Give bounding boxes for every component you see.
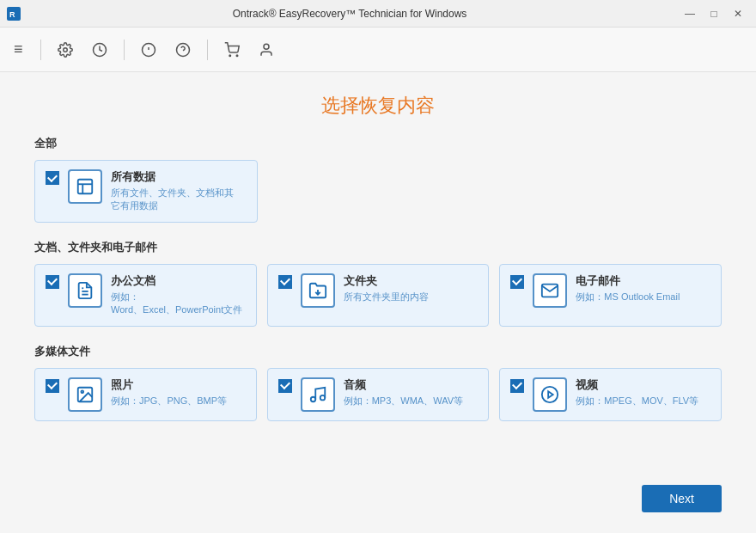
video-title: 视频 (576, 377, 698, 393)
audio-desc: 例如：MP3、WMA、WAV等 (344, 395, 463, 407)
window-controls: — □ ✕ (679, 5, 749, 22)
svg-point-20 (310, 396, 315, 401)
main-content: 选择恢复内容 全部 所有数据 所有文件、文件夹、文档和其它有用数据 文档、文件夹… (0, 72, 756, 533)
settings-button[interactable] (52, 36, 79, 64)
alldata-desc: 所有文件、文件夹、文档和其它有用数据 (111, 187, 234, 213)
card-folder[interactable]: 文件夹 所有文件夹里的内容 (267, 264, 490, 327)
card-photo[interactable]: 照片 例如：JPG、PNG、BMP等 (34, 368, 257, 421)
toolbar-separator-1 (40, 40, 41, 60)
checkbox-video[interactable] (510, 379, 524, 393)
office-text: 办公文档 例如：Word、Excel、PowerPoint文件 (111, 273, 242, 317)
svg-point-21 (320, 395, 325, 400)
cart-button[interactable] (218, 36, 246, 64)
title-bar: R Ontrack® EasyRecovery™ Technician for … (0, 0, 756, 28)
card-alldata[interactable]: 所有数据 所有文件、文件夹、文档和其它有用数据 (34, 160, 258, 223)
card-audio[interactable]: 音频 例如：MP3、WMA、WAV等 (267, 368, 490, 421)
photo-desc: 例如：JPG、PNG、BMP等 (111, 395, 227, 407)
toolbar-separator-3 (207, 40, 208, 60)
page-title: 选择恢复内容 (34, 93, 722, 119)
photo-title: 照片 (111, 377, 227, 393)
section-label-media: 多媒体文件 (34, 344, 722, 359)
office-desc: 例如：Word、Excel、PowerPoint文件 (111, 291, 242, 317)
toolbar: ≡ (0, 28, 756, 72)
photo-icon-box (68, 377, 102, 412)
folder-text: 文件夹 所有文件夹里的内容 (344, 273, 429, 303)
history-button[interactable] (86, 36, 113, 64)
alldata-icon-box (68, 169, 102, 204)
hamburger-menu-icon[interactable]: ≡ (14, 40, 23, 58)
window-title: Ontrack® EasyRecovery™ Technician for Wi… (21, 8, 679, 20)
folder-desc: 所有文件夹里的内容 (344, 291, 429, 303)
email-text: 电子邮件 例如：MS Outlook Email (576, 273, 680, 303)
app-icon: R (7, 7, 21, 21)
alldata-text: 所有数据 所有文件、文件夹、文档和其它有用数据 (111, 169, 234, 213)
checkbox-alldata[interactable] (46, 171, 59, 185)
audio-text: 音频 例如：MP3、WMA、WAV等 (344, 377, 463, 407)
cards-row-docs: 办公文档 例如：Word、Excel、PowerPoint文件 文件夹 所有文件… (34, 264, 722, 327)
svg-point-10 (236, 55, 238, 57)
help-button[interactable] (169, 36, 197, 64)
card-office[interactable]: 办公文档 例如：Word、Excel、PowerPoint文件 (34, 264, 257, 327)
alldata-title: 所有数据 (111, 169, 234, 185)
cards-row-media: 照片 例如：JPG、PNG、BMP等 音频 例如：MP3、WMA、WAV等 (34, 368, 722, 421)
close-button[interactable]: ✕ (727, 5, 749, 22)
checkbox-audio[interactable] (278, 379, 292, 393)
maximize-button[interactable]: □ (703, 5, 725, 22)
svg-point-22 (542, 386, 558, 401)
info-button[interactable] (135, 36, 162, 64)
audio-icon-box (301, 377, 335, 412)
office-title: 办公文档 (111, 273, 242, 289)
video-text: 视频 例如：MPEG、MOV、FLV等 (576, 377, 698, 407)
svg-point-11 (264, 44, 269, 49)
checkbox-photo[interactable] (46, 379, 59, 393)
office-icon-box (68, 273, 102, 308)
section-label-all: 全部 (34, 136, 722, 151)
card-video[interactable]: 视频 例如：MPEG、MOV、FLV等 (499, 368, 722, 421)
checkbox-office[interactable] (46, 275, 59, 289)
section-label-docs: 文档、文件夹和电子邮件 (34, 240, 722, 255)
title-bar-left: R (7, 7, 21, 21)
minimize-button[interactable]: — (679, 5, 701, 22)
svg-text:R: R (9, 10, 15, 19)
photo-text: 照片 例如：JPG、PNG、BMP等 (111, 377, 227, 407)
svg-rect-12 (78, 180, 93, 194)
svg-marker-23 (549, 391, 554, 397)
gap-2 (34, 330, 722, 344)
cards-row-all: 所有数据 所有文件、文件夹、文档和其它有用数据 (34, 160, 722, 223)
folder-icon-box (301, 273, 335, 308)
svg-point-2 (63, 47, 67, 52)
user-button[interactable] (253, 36, 280, 64)
checkbox-email[interactable] (510, 275, 524, 289)
next-button[interactable]: Next (642, 485, 722, 512)
gap-1 (34, 226, 722, 240)
bottom-bar: Next (34, 425, 722, 516)
audio-title: 音频 (344, 377, 463, 393)
svg-point-9 (229, 55, 231, 57)
folder-title: 文件夹 (344, 273, 429, 289)
email-icon-box (533, 273, 567, 308)
svg-point-19 (81, 390, 83, 393)
email-title: 电子邮件 (576, 273, 680, 289)
checkbox-folder[interactable] (278, 275, 292, 289)
email-desc: 例如：MS Outlook Email (576, 291, 680, 303)
card-email[interactable]: 电子邮件 例如：MS Outlook Email (499, 264, 722, 327)
toolbar-separator-2 (124, 40, 125, 60)
video-icon-box (533, 377, 567, 412)
video-desc: 例如：MPEG、MOV、FLV等 (576, 395, 698, 407)
